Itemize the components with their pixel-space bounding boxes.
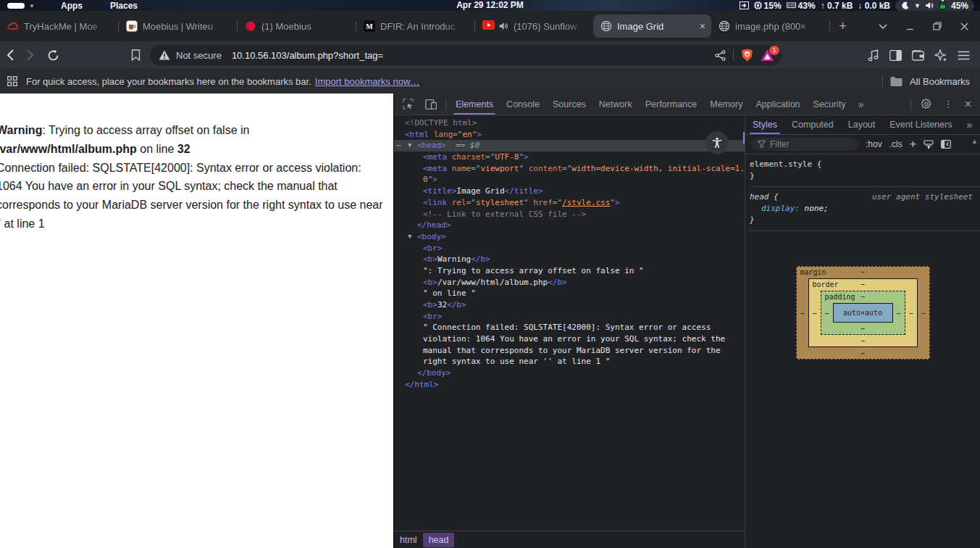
url-text[interactable]: 10.10.56.103/album.php?short_tag= bbox=[232, 50, 715, 61]
dom-node[interactable]: <br> bbox=[394, 311, 745, 323]
close-window-icon[interactable] bbox=[960, 22, 968, 30]
bookmark-flag-icon[interactable] bbox=[131, 49, 141, 61]
dom-node[interactable]: <!DOCTYPE html> bbox=[394, 117, 745, 129]
dom-node[interactable]: " on line " bbox=[394, 288, 745, 299]
dom-node[interactable]: right syntax to use near '' at line 1 " bbox=[394, 356, 745, 368]
brave-rewards-icon[interactable]: 1 bbox=[761, 49, 774, 62]
accessibility-person-icon[interactable] bbox=[705, 131, 729, 154]
memory-indicator[interactable]: 43% bbox=[787, 1, 816, 11]
devtools-tab-elements[interactable]: Elements bbox=[449, 94, 500, 115]
dom-node[interactable]: <b>32</b> bbox=[394, 299, 745, 311]
dom-node[interactable]: </html> bbox=[394, 379, 745, 391]
share-icon[interactable] bbox=[715, 50, 726, 61]
css-property[interactable]: display: none; bbox=[750, 203, 980, 215]
expand-twisty-icon[interactable]: ▼ bbox=[408, 231, 411, 243]
expand-twisty-icon[interactable]: ▼ bbox=[408, 140, 411, 151]
sidebar-more-tabs-button[interactable]: » bbox=[959, 115, 979, 134]
dom-node[interactable]: <br> bbox=[394, 243, 745, 254]
clock[interactable]: Apr 29 12:02 PM bbox=[456, 0, 524, 10]
dom-node[interactable]: ▼<body> bbox=[394, 231, 745, 243]
browser-tab-image-php-800[interactable]: image.php (800× bbox=[711, 14, 829, 38]
workspace-dot[interactable] bbox=[30, 4, 33, 7]
address-bar[interactable]: Not secure 10.10.56.103/album.php?short_… bbox=[150, 45, 782, 65]
dom-node[interactable]: <html lang="en"> bbox=[394, 129, 745, 141]
dom-node[interactable]: </head> bbox=[394, 220, 745, 231]
devtools-close-icon[interactable]: × bbox=[959, 98, 980, 111]
rendering-emulation-brush-icon[interactable] bbox=[924, 140, 934, 149]
breadcrumb-html[interactable]: html bbox=[394, 533, 423, 547]
forward-button[interactable] bbox=[20, 49, 41, 61]
sidebar-toggle-icon[interactable] bbox=[889, 50, 902, 61]
device-toolbar-icon[interactable] bbox=[419, 99, 443, 109]
toggle-hover-state-button[interactable]: :hov bbox=[866, 139, 882, 149]
sidebar-tab-event-listeners[interactable]: Event Listeners bbox=[882, 115, 959, 134]
more-tabs-button[interactable]: » bbox=[853, 99, 870, 110]
inspect-element-icon[interactable] bbox=[397, 99, 419, 109]
devtools-settings-gear-icon[interactable] bbox=[916, 99, 938, 109]
menu-hamburger-icon[interactable] bbox=[958, 51, 970, 60]
dom-node[interactable]: violation: 1064 You have an error in you… bbox=[394, 333, 745, 345]
workspace-indicator[interactable] bbox=[7, 3, 25, 9]
leo-ai-sparkles-icon[interactable] bbox=[934, 49, 947, 62]
dom-node[interactable]: </body> bbox=[394, 368, 745, 379]
box-model-border[interactable]: border − − − − padding − − − − bbox=[808, 278, 918, 347]
devtools-tab-performance[interactable]: Performance bbox=[639, 94, 704, 115]
apps-menu[interactable]: Apps bbox=[61, 1, 83, 11]
styles-filter-input[interactable]: Filter bbox=[751, 138, 858, 151]
system-status-pill[interactable]: ▼ 45% bbox=[895, 0, 974, 12]
devtools-tab-memory[interactable]: Memory bbox=[703, 94, 749, 115]
new-tab-button[interactable]: + bbox=[830, 18, 855, 34]
devtools-tab-application[interactable]: Application bbox=[749, 94, 806, 115]
computed-panel-toggle-icon[interactable] bbox=[941, 140, 951, 149]
css-rule[interactable]: head {user agent stylesheetdisplay: none… bbox=[750, 191, 980, 231]
dom-node[interactable]: <b>/var/www/html/album.php</b> bbox=[394, 277, 745, 288]
back-button[interactable] bbox=[0, 49, 20, 61]
devtools-kebab-menu-icon[interactable]: ⋮ bbox=[938, 99, 959, 109]
places-menu[interactable]: Places bbox=[110, 1, 138, 11]
browser-tab-1-moebius[interactable]: (1) Moebius bbox=[238, 14, 356, 38]
dom-node[interactable]: <!-- Link to external CSS file --> bbox=[394, 209, 745, 220]
new-style-rule-button[interactable]: + bbox=[910, 138, 916, 151]
box-model-padding[interactable]: padding − − − − auto×auto bbox=[821, 291, 905, 335]
dom-node[interactable]: <title>Image Grid</title> bbox=[394, 186, 745, 197]
sidebar-tab-computed[interactable]: Computed bbox=[784, 115, 841, 134]
brave-shields-icon[interactable] bbox=[741, 49, 753, 62]
network-up-indicator[interactable]: ↑ 0.7 kB bbox=[821, 1, 853, 11]
cpu-indicator[interactable]: 15% bbox=[754, 1, 782, 11]
minimize-icon[interactable] bbox=[906, 22, 914, 30]
browser-tab-moebius-writeu[interactable]: Moebius | Writeu bbox=[119, 14, 237, 38]
dom-node[interactable]: ": Trying to access array offset on fals… bbox=[394, 265, 745, 277]
dom-node[interactable]: manual that corresponds to your MariaDB … bbox=[394, 345, 745, 357]
sidebar-tab-styles[interactable]: Styles bbox=[745, 115, 784, 134]
dom-node[interactable]: <meta charset="UTF-8"> bbox=[394, 151, 745, 163]
tab-close-icon[interactable]: × bbox=[697, 20, 705, 32]
sidebar-scrollbar-arrow[interactable]: ▲ bbox=[971, 138, 978, 145]
devtools-tab-console[interactable]: Console bbox=[500, 94, 546, 115]
css-rule[interactable]: element.style {} bbox=[750, 159, 980, 187]
toggle-class-button[interactable]: .cls bbox=[889, 139, 902, 149]
browser-tab-tryhackme-moe[interactable]: TryHackMe | Moe bbox=[0, 14, 118, 38]
devtools-tab-network[interactable]: Network bbox=[592, 94, 639, 115]
devtools-tab-sources[interactable]: Sources bbox=[546, 94, 592, 115]
box-model-diagram[interactable]: margin − − − − border − − − − padding bbox=[796, 266, 930, 360]
browser-tab-image-grid[interactable]: Image Grid× bbox=[593, 14, 711, 38]
apps-grid-icon[interactable] bbox=[7, 76, 17, 86]
browser-tab-dfir-an-introduc[interactable]: MDFIR: An Introduc bbox=[356, 14, 474, 38]
browser-tab-1076-sunflow[interactable]: (1076) Sunflow bbox=[475, 14, 593, 38]
dom-node[interactable]: 0"> bbox=[394, 174, 745, 186]
dom-node[interactable]: <meta name="viewport" content="width=dev… bbox=[394, 163, 745, 175]
security-label[interactable]: Not secure bbox=[176, 50, 222, 61]
box-model-content[interactable]: auto×auto bbox=[833, 303, 893, 323]
tab-audio-icon[interactable] bbox=[499, 22, 508, 30]
import-bookmarks-link[interactable]: Import bookmarks now… bbox=[315, 76, 420, 87]
media-music-icon[interactable] bbox=[868, 49, 879, 62]
restore-window-icon[interactable] bbox=[933, 22, 942, 30]
dom-node[interactable]: " Connection failed: SQLSTATE[42000]: Sy… bbox=[394, 322, 745, 333]
wallet-icon[interactable] bbox=[912, 50, 924, 61]
breadcrumb-head[interactable]: head bbox=[423, 533, 455, 547]
reload-button[interactable] bbox=[41, 49, 66, 62]
sidebar-tab-layout[interactable]: Layout bbox=[841, 115, 883, 134]
box-model-margin[interactable]: margin − − − − border − − − − padding bbox=[796, 266, 930, 360]
all-bookmarks-button[interactable]: All Bookmarks bbox=[910, 76, 970, 87]
dom-node[interactable]: <link rel="stylesheet" href="/style.css"… bbox=[394, 197, 745, 209]
